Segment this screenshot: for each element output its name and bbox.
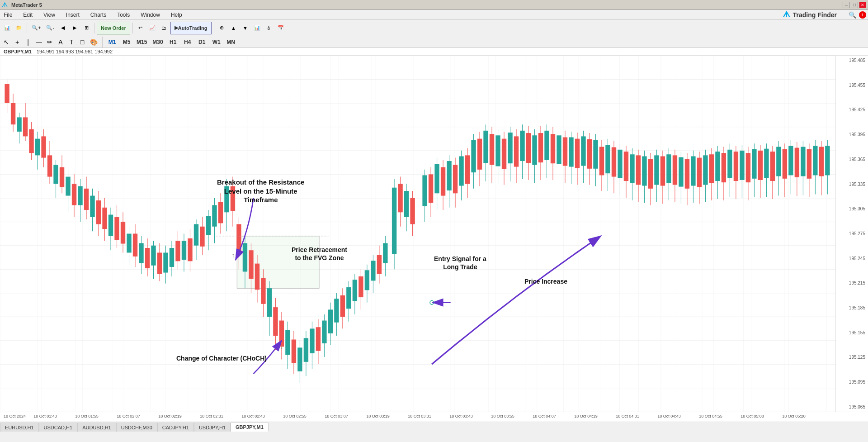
- tab-usdjpy-h1[interactable]: USDJPY,H1: [194, 423, 231, 432]
- hline-tool[interactable]: —: [34, 38, 43, 47]
- time-label-7: 18 Oct 02:55: [283, 414, 307, 418]
- history-button[interactable]: ↩: [135, 22, 146, 34]
- search-icon[interactable]: 🔍: [849, 11, 856, 19]
- menu-edit[interactable]: Edit: [21, 11, 34, 19]
- menu-insert[interactable]: Insert: [64, 11, 81, 19]
- tf-w1[interactable]: W1: [210, 38, 223, 47]
- svg-rect-284: [764, 149, 769, 178]
- svg-rect-256: [679, 157, 683, 187]
- svg-rect-82: [145, 248, 150, 268]
- svg-rect-270: [722, 153, 726, 182]
- templates-button[interactable]: 🗂: [159, 22, 170, 34]
- tf-h4[interactable]: H4: [181, 38, 194, 47]
- menu-file[interactable]: File: [2, 11, 14, 19]
- svg-rect-157: [371, 261, 375, 280]
- svg-rect-212: [544, 131, 549, 160]
- chart-container: ↑ ↓ Breakout of the ResistanceLevel on t…: [0, 56, 868, 422]
- time-label-13: 18 Oct 04:07: [533, 414, 556, 418]
- chart-type-button[interactable]: 🕯: [264, 22, 274, 34]
- tab-eurusd-h1[interactable]: EURUSD,H1: [0, 423, 39, 432]
- autotrading-button[interactable]: ▶ AutoTrading: [170, 22, 212, 34]
- rect-tool[interactable]: □: [78, 38, 87, 47]
- calendar-button[interactable]: 📅: [275, 22, 286, 34]
- svg-rect-268: [715, 152, 720, 181]
- svg-rect-100: [200, 227, 204, 247]
- separator-tf: [102, 37, 103, 48]
- svg-rect-54: [60, 167, 64, 187]
- color-tool[interactable]: 🎨: [89, 38, 99, 47]
- crosshair-tool[interactable]: +: [13, 38, 22, 47]
- tab-gbpjpy-m1[interactable]: GBPJPY,M1: [231, 423, 269, 432]
- svg-rect-264: [703, 155, 708, 185]
- price-label-4: 195.395: [837, 132, 867, 137]
- tab-cadjpy-h1[interactable]: CADJPY,H1: [157, 423, 194, 432]
- time-label-9: 18 Oct 03:19: [366, 414, 390, 418]
- menu-window[interactable]: Window: [139, 11, 162, 19]
- chart-area[interactable]: ↑ ↓ Breakout of the ResistanceLevel on t…: [0, 56, 835, 412]
- label-tool[interactable]: T: [67, 38, 76, 47]
- open-button[interactable]: 📁: [14, 22, 24, 34]
- menu-charts[interactable]: Charts: [89, 11, 108, 19]
- svg-rect-62: [84, 189, 89, 210]
- scroll-right-button[interactable]: ▶: [69, 22, 80, 34]
- text-tool[interactable]: A: [56, 38, 65, 47]
- time-label-2: 18 Oct 01:55: [75, 414, 99, 418]
- scroll-left-button[interactable]: ◀: [57, 22, 68, 34]
- svg-rect-216: [557, 135, 561, 164]
- svg-rect-226: [587, 139, 592, 169]
- svg-rect-68: [102, 208, 107, 229]
- indicators-button[interactable]: 📈: [147, 22, 158, 34]
- tf-h1[interactable]: H1: [167, 38, 179, 47]
- zoom-in-button[interactable]: 🔍+: [29, 22, 43, 34]
- sell-button[interactable]: ▼: [240, 22, 251, 34]
- svg-rect-110: [231, 186, 235, 211]
- svg-rect-151: [353, 280, 357, 301]
- svg-rect-198: [502, 139, 506, 169]
- tf-m15[interactable]: M15: [135, 38, 149, 47]
- svg-rect-167: [404, 191, 409, 217]
- close-button[interactable]: ✕: [859, 2, 866, 8]
- tf-m1[interactable]: M1: [106, 38, 118, 47]
- draw-tool[interactable]: ✏: [45, 38, 54, 47]
- volume-button[interactable]: 📊: [252, 22, 263, 34]
- notification-badge[interactable]: 1: [859, 11, 866, 19]
- tab-audusd-h1[interactable]: AUDUSD,H1: [77, 423, 116, 432]
- tab-usdchf-m30[interactable]: USDCHF,M30: [116, 423, 157, 432]
- svg-rect-169: [410, 198, 415, 224]
- svg-rect-161: [383, 243, 387, 263]
- tf-d1[interactable]: D1: [196, 38, 208, 47]
- new-order-button[interactable]: New Order: [97, 22, 130, 34]
- svg-rect-119: [255, 264, 259, 290]
- svg-rect-292: [788, 146, 793, 175]
- svg-rect-155: [365, 270, 369, 290]
- maximize-button[interactable]: □: [851, 2, 858, 8]
- menu-help[interactable]: Help: [169, 11, 184, 19]
- price-label-11: 195.185: [837, 305, 867, 310]
- new-chart-button[interactable]: 📊: [2, 22, 13, 34]
- time-label-6: 18 Oct 02:43: [241, 414, 265, 418]
- buy-button[interactable]: ▲: [228, 22, 239, 34]
- tab-usdcad-h1[interactable]: USDCAD,H1: [39, 423, 78, 432]
- period-sep-button[interactable]: ⊞: [81, 22, 92, 34]
- cursor-tool[interactable]: ↖: [2, 38, 11, 47]
- minimize-button[interactable]: ─: [843, 2, 850, 8]
- zoom-out-button[interactable]: 🔍-: [44, 22, 57, 34]
- tf-m30[interactable]: M30: [151, 38, 165, 47]
- crosshair-button[interactable]: ⊕: [217, 22, 227, 34]
- separator-3: [132, 23, 133, 33]
- menu-tools[interactable]: Tools: [115, 11, 132, 19]
- svg-rect-98: [194, 224, 198, 246]
- tf-mn[interactable]: MN: [225, 38, 237, 47]
- window-controls[interactable]: ─ □ ✕: [843, 2, 866, 8]
- svg-rect-175: [434, 164, 439, 193]
- line-tool[interactable]: |: [24, 38, 33, 47]
- time-labels-container: 18 Oct 2024 18 Oct 01:43 18 Oct 01:55 18…: [4, 412, 835, 422]
- menu-view[interactable]: View: [42, 11, 57, 19]
- tf-m5[interactable]: M5: [120, 38, 133, 47]
- svg-rect-50: [47, 155, 52, 176]
- svg-rect-286: [770, 152, 775, 181]
- svg-rect-294: [795, 148, 799, 177]
- svg-rect-202: [514, 136, 519, 166]
- time-label-19: 18 Oct 05:20: [782, 414, 806, 418]
- svg-rect-232: [605, 145, 610, 173]
